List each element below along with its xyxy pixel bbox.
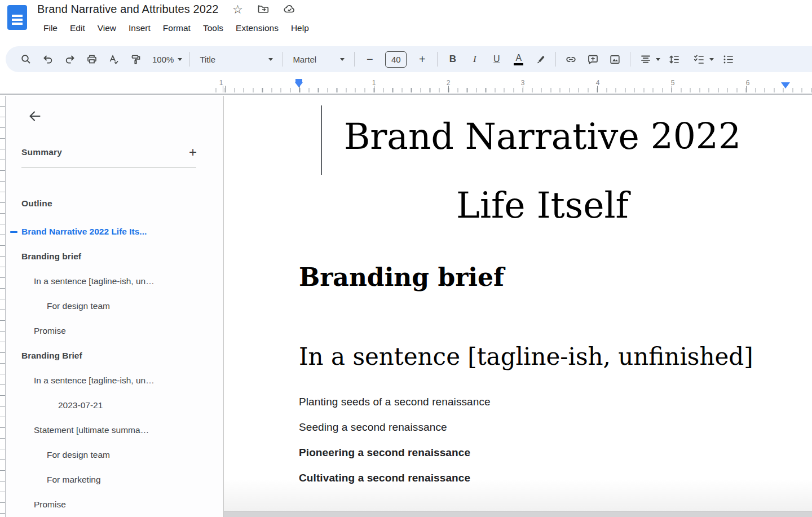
menu-item[interactable]: Extensions [230, 21, 285, 35]
menu-item[interactable]: File [37, 21, 64, 35]
bulleted-list-icon[interactable] [720, 51, 736, 68]
outline-item[interactable]: Branding brief [6, 244, 223, 269]
ruler-number: 5 [671, 79, 675, 87]
text-color-button[interactable]: A [510, 51, 527, 68]
move-to-folder-icon[interactable] [257, 2, 270, 16]
outline-heading: Outline [21, 198, 52, 209]
doc-heading1[interactable]: Branding brief [299, 260, 786, 294]
ruler-number: 6 [746, 79, 750, 87]
menu-item[interactable]: Tools [197, 21, 230, 35]
outline-item[interactable]: Statement [ultimate summa… [6, 418, 223, 443]
ruler-number: 2 [447, 79, 451, 87]
summary-heading: Summary [21, 147, 62, 157]
document-canvas[interactable]: Brand Narrative 2022 Life Itself Brandin… [224, 96, 812, 517]
star-icon[interactable]: ☆ [231, 2, 244, 16]
menu-item[interactable]: Help [285, 21, 315, 35]
doc-heading-title-line1[interactable]: Brand Narrative 2022 [299, 103, 786, 171]
menu-item[interactable]: Edit [64, 21, 91, 35]
ruler-number: 1 [372, 79, 376, 87]
add-comment-icon[interactable] [585, 51, 602, 68]
align-center-icon[interactable] [637, 51, 654, 68]
ruler-number: 1 [219, 79, 223, 87]
doc-paragraph[interactable]: Planting seeds of a second renaissance [299, 394, 786, 410]
close-outline-back-button[interactable] [26, 107, 44, 125]
font-selector[interactable]: Martel [287, 55, 350, 64]
menu-item[interactable]: Insert [122, 21, 157, 35]
toolbar: 100% Title Martel − 40 + B I U A [6, 46, 812, 72]
menu-bar: FileEditViewInsertFormatToolsExtensionsH… [37, 21, 315, 35]
outline-item[interactable]: For marketing [6, 467, 223, 492]
text-cursor [321, 105, 322, 175]
ruler-number: 4 [596, 79, 600, 87]
bold-button[interactable]: B [444, 51, 461, 68]
outline-item[interactable]: Brand Narrative 2022 Life Its... [6, 219, 223, 244]
outline-item[interactable]: For design team [6, 443, 223, 467]
zoom-selector[interactable]: 100% [152, 55, 182, 64]
app-header: Brand Narrative and Attributes 2022 ☆ Fi… [0, 0, 812, 45]
spell-check-icon[interactable] [105, 51, 122, 68]
italic-button[interactable]: I [466, 51, 483, 68]
doc-paragraph[interactable]: Cultivating a second renaissance [299, 470, 786, 486]
doc-body: Planting seeds of a second renaissance S… [299, 394, 786, 486]
add-summary-button[interactable]: + [185, 144, 201, 160]
doc-heading-title-line2[interactable]: Life Itself [299, 171, 786, 240]
highlight-color-icon[interactable] [532, 51, 549, 68]
document-page[interactable]: Brand Narrative 2022 Life Itself Brandin… [224, 103, 812, 517]
chevron-down-icon[interactable] [709, 58, 714, 61]
doc-paragraph[interactable]: Seeding a second renaissance [299, 419, 786, 435]
outline-item[interactable]: In a sentence [tagline-ish, un… [6, 269, 223, 294]
zoom-value: 100% [152, 55, 174, 64]
right-indent-marker[interactable] [781, 82, 790, 89]
ruler-number: 3 [521, 79, 525, 87]
menu-item[interactable]: View [91, 21, 122, 35]
outline-list: Brand Narrative 2022 Life Its... Brandin… [6, 219, 223, 517]
paragraph-style-selector[interactable]: Title [194, 55, 279, 64]
redo-icon[interactable] [61, 51, 78, 68]
print-icon[interactable] [83, 51, 100, 68]
doc-paragraph[interactable]: Pioneering a second renaissance [299, 445, 786, 461]
summary-divider [21, 167, 196, 168]
insert-link-icon[interactable] [563, 51, 580, 68]
outline-item[interactable]: Branding Brief [6, 343, 223, 368]
style-value: Title [200, 55, 215, 64]
outline-item[interactable]: For design team [6, 294, 223, 319]
outline-item[interactable]: In a sentence [tagline-ish, un… [6, 368, 223, 393]
checklist-icon[interactable] [690, 51, 707, 68]
chevron-down-icon [340, 58, 345, 61]
document-title[interactable]: Brand Narrative and Attributes 2022 [37, 3, 218, 16]
insert-image-icon[interactable] [607, 51, 624, 68]
paint-format-icon[interactable] [127, 51, 144, 68]
doc-heading2[interactable]: In a sentence [tagline-ish, unfinished] [299, 341, 786, 373]
outline-item[interactable]: 2023-07-21 [6, 393, 223, 418]
underline-button[interactable]: U [488, 51, 505, 68]
saved-to-drive-cloud-icon[interactable] [283, 2, 296, 16]
increase-font-size-button[interactable]: + [414, 51, 431, 68]
page-bottom-edge [224, 511, 812, 517]
google-docs-logo-icon[interactable] [7, 5, 27, 30]
current-text-color-swatch [514, 63, 523, 65]
horizontal-ruler: 1123456 [0, 78, 812, 95]
outline-sidebar: Summary + Outline Brand Narrative 2022 L… [6, 96, 224, 517]
decrease-font-size-button[interactable]: − [361, 51, 378, 68]
outline-item[interactable]: Promise [6, 319, 223, 343]
font-size-input[interactable]: 40 [385, 51, 407, 68]
undo-icon[interactable] [39, 51, 56, 68]
menu-item[interactable]: Format [157, 21, 197, 35]
left-indent-marker[interactable] [295, 79, 303, 87]
search-menus-icon[interactable] [17, 51, 34, 68]
outline-item[interactable]: Promise [6, 492, 223, 517]
line-spacing-icon[interactable] [666, 51, 683, 68]
font-value: Martel [293, 55, 316, 64]
chevron-down-icon [178, 58, 182, 61]
active-outline-dash-icon [10, 231, 17, 233]
chevron-down-icon [268, 58, 273, 61]
chevron-down-icon[interactable] [656, 58, 660, 61]
vertical-ruler [0, 96, 6, 517]
